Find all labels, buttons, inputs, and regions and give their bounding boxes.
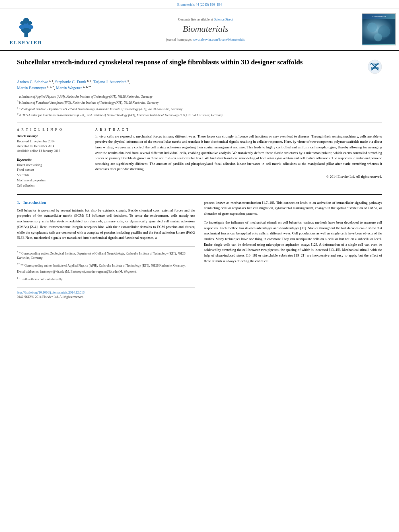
journal-citation: Biomaterials 44 (2015) 186–194 xyxy=(177,2,222,6)
journal-cover-area: Biomaterials xyxy=(359,8,399,50)
elsevier-tree-icon xyxy=(14,14,38,38)
authors-line: Andrea C. Scheiwe a, 1, Stephanie C. Fra… xyxy=(17,79,382,91)
journal-title: Biomaterials xyxy=(183,24,228,34)
article-info-label: A R T I C L E I N F O xyxy=(17,128,82,131)
intro-right-col: process known as mechanotransduction [1,… xyxy=(204,200,382,299)
journal-info: Contents lists available at ScienceDirec… xyxy=(52,8,359,50)
cover-title: Biomaterials xyxy=(370,14,387,19)
journal-header: ELSEVIER Contents lists available at Sci… xyxy=(0,8,399,51)
elsevier-logo: ELSEVIER xyxy=(10,14,43,46)
svg-point-9 xyxy=(367,23,377,32)
author-2: Stephanie C. Frank xyxy=(55,80,86,84)
footnotes: * * Corresponding author. Zoological Ins… xyxy=(17,246,195,281)
affiliations: a a Institute of Applied Physics (APH), … xyxy=(17,94,382,123)
page: Biomaterials 44 (2015) 186–194 ELSEVIER xyxy=(0,0,399,532)
journal-homepage: journal homepage: www.elsevier.com/locat… xyxy=(166,37,245,41)
affiliation-c: c c Zoological Institute, Department of … xyxy=(17,106,382,112)
intro-left-text: Cell behavior is governed by several int… xyxy=(17,208,195,241)
keywords-title: Keywords: xyxy=(17,158,82,162)
bottom-links: http://dx.doi.org/10.1016/j.biomaterials… xyxy=(17,287,195,299)
available-date: Available online 13 January 2015 xyxy=(17,149,82,154)
elsevier-wordmark: ELSEVIER xyxy=(10,39,43,46)
intro-left-col: 1. Introduction Cell behavior is governe… xyxy=(17,200,195,299)
abstract-col: A B S T R A C T In vivo, cells are expos… xyxy=(95,128,382,189)
footnote-2: ** ** Corresponding author. Institute of… xyxy=(17,262,195,268)
article-content: Subcellular stretch-induced cytoskeletal… xyxy=(0,51,399,307)
article-title-area: Subcellular stretch-induced cytoskeletal… xyxy=(17,58,382,74)
affiliation-d: d d DFG-Center for Functional Nanostruct… xyxy=(17,112,382,118)
keyword-1: Direct laser writing xyxy=(17,163,82,168)
intro-right-text: process known as mechanotransduction [1,… xyxy=(204,200,382,264)
doi-link[interactable]: http://dx.doi.org/10.1016/j.biomaterials… xyxy=(17,291,195,294)
accepted-date: Accepted 16 December 2014 xyxy=(17,144,82,149)
journal-cover-image: Biomaterials xyxy=(362,13,396,45)
elsevier-logo-area: ELSEVIER xyxy=(0,8,52,50)
introduction-area: 1. Introduction Cell behavior is governe… xyxy=(17,200,382,299)
keyword-4: Mechanical properties xyxy=(17,178,82,183)
keyword-5: Cell adhesion xyxy=(17,183,82,189)
crossmark-icon: Cross Mark xyxy=(368,60,382,74)
journal-reference-bar: Biomaterials 44 (2015) 186–194 xyxy=(0,0,399,8)
issn-text: 0142-9612/© 2014 Elsevier Ltd. All right… xyxy=(17,295,84,299)
footnote-1: * * Corresponding author. Zoological Ins… xyxy=(17,250,195,261)
intro-title-text: Introduction xyxy=(23,200,46,205)
abstract-text: In vivo, cells are exposed to mechanical… xyxy=(95,134,382,172)
received-date: Received 11 September 2014 xyxy=(17,139,82,144)
svg-point-4 xyxy=(19,25,24,29)
contents-line: Contents lists available at ScienceDirec… xyxy=(178,17,233,21)
svg-point-6 xyxy=(20,21,25,25)
keyword-2: Focal contact xyxy=(17,168,82,173)
info-abstract-area: A R T I C L E I N F O Article history: R… xyxy=(17,128,382,189)
history-title: Article history: xyxy=(17,134,82,138)
svg-point-7 xyxy=(27,21,32,25)
author-5: Martin Wegener xyxy=(56,86,82,90)
author-4: Martin Bastmeyer xyxy=(17,86,46,90)
article-info-col: A R T I C L E I N F O Article history: R… xyxy=(17,128,87,189)
affiliation-a: a a Institute of Applied Physics (APH), … xyxy=(17,94,382,99)
homepage-link[interactable]: www.elsevier.com/locate/biomaterials xyxy=(193,37,245,41)
affiliation-b: b b Institute of Functional Interfaces (… xyxy=(17,100,382,105)
footnote-email: E-mail addresses: bastmeyer@kit.edu (M. … xyxy=(17,269,195,274)
section-divider xyxy=(17,194,382,195)
copyright: © 2014 Elsevier Ltd. All rights reserved… xyxy=(95,175,382,179)
article-title: Subcellular stretch-induced cytoskeletal… xyxy=(17,58,368,67)
abstract-section: In vivo, cells are exposed to mechanical… xyxy=(95,134,382,179)
intro-title: 1. Introduction xyxy=(17,200,195,205)
author-1: Andrea C. Scheiwe xyxy=(17,80,48,84)
svg-point-11 xyxy=(374,33,382,41)
sciencedirect-link[interactable]: ScienceDirect xyxy=(214,17,233,21)
article-history: Article history: Received 11 September 2… xyxy=(17,134,82,154)
svg-point-5 xyxy=(28,25,33,29)
keyword-3: Scaffolds xyxy=(17,173,82,178)
keywords-section: Keywords: Direct laser writing Focal con… xyxy=(17,158,82,189)
author-3: Tatjana J. Autenrieth xyxy=(93,80,127,84)
footnote-equal: 1 1 Both authors contributed equally. xyxy=(17,276,195,281)
cover-visual xyxy=(362,19,396,44)
abstract-label: A B S T R A C T xyxy=(95,128,382,131)
